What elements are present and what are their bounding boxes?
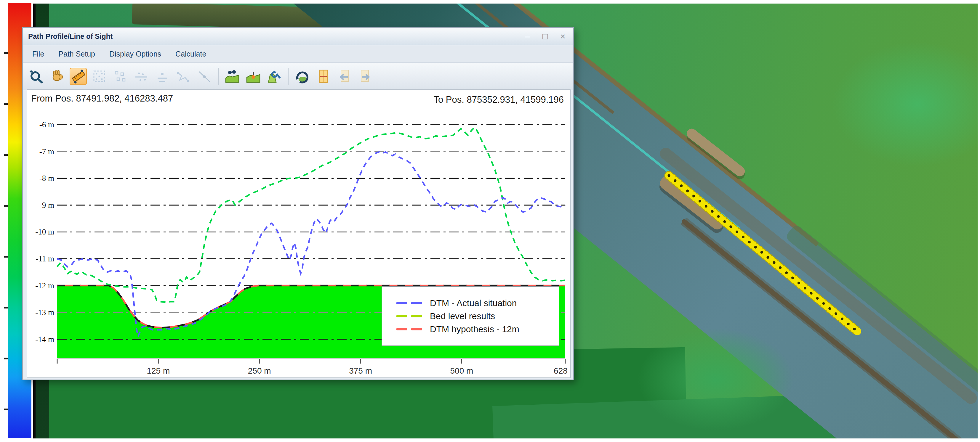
chart-legend: DTM - Actual situationBed level resultsD… bbox=[382, 286, 559, 346]
toolbar bbox=[23, 63, 573, 90]
close-button[interactable]: × bbox=[558, 32, 568, 41]
next-marker-icon[interactable] bbox=[357, 68, 374, 85]
series-bed-level bbox=[57, 127, 565, 302]
rotate-3d-icon[interactable] bbox=[294, 68, 311, 85]
split-horizontal-icon[interactable] bbox=[133, 68, 150, 85]
x-axis-label: 125 m bbox=[146, 366, 170, 375]
y-axis-label: -13 m bbox=[35, 308, 54, 317]
y-axis-label: -6 m bbox=[40, 120, 54, 129]
y-axis-label: -10 m bbox=[35, 227, 54, 236]
legend-swatch bbox=[396, 328, 422, 330]
from-position-label: From Pos. 87491.982, 416283.487 bbox=[31, 93, 173, 104]
legend-row-0: DTM - Actual situation bbox=[396, 298, 559, 308]
screenshot-root: { "window": { "title": "Path Profile/Lin… bbox=[0, 0, 980, 442]
select-points-icon[interactable] bbox=[112, 68, 129, 85]
legend-label: DTM - Actual situation bbox=[430, 298, 517, 308]
to-position-label: To Pos. 875352.931, 41599.196 bbox=[433, 94, 564, 105]
y-axis-label: -7 m bbox=[40, 147, 54, 156]
diagonal-line-icon[interactable] bbox=[196, 68, 213, 85]
map-shallow-patch bbox=[805, 21, 978, 187]
select-region-icon[interactable] bbox=[91, 68, 108, 85]
polyline-icon[interactable] bbox=[175, 68, 192, 85]
toolbar-separator bbox=[218, 68, 219, 85]
profile-chart-panel: -6 m-7 m-8 m-9 m-10 m-11 m-12 m-13 m-14 … bbox=[27, 89, 571, 378]
x-axis-label: 250 m bbox=[248, 366, 271, 375]
legend-label: DTM hypothesis - 12m bbox=[430, 324, 519, 334]
map-shallow-patch-2 bbox=[612, 311, 819, 439]
minimize-button[interactable]: – bbox=[522, 32, 532, 41]
y-axis-label: -12 m bbox=[35, 281, 54, 290]
toolbar-separator-2 bbox=[288, 68, 288, 85]
path-profile-window: Path Profile/Line of Sight – □ × File Pa… bbox=[22, 27, 574, 380]
marker-page-icon[interactable] bbox=[315, 68, 332, 85]
legend-swatch bbox=[396, 302, 422, 304]
measure-tool-icon[interactable] bbox=[70, 68, 87, 85]
previous-marker-icon[interactable] bbox=[336, 68, 353, 85]
menu-bar: File Path Setup Display Options Calculat… bbox=[23, 45, 573, 63]
legend-swatch bbox=[396, 315, 422, 317]
split-vertical-icon[interactable] bbox=[154, 68, 171, 85]
legend-row-2: DTM hypothesis - 12m bbox=[396, 324, 559, 334]
menu-display-options[interactable]: Display Options bbox=[102, 50, 168, 58]
menu-calculate[interactable]: Calculate bbox=[168, 50, 213, 58]
window-controls: – □ × bbox=[522, 32, 568, 41]
y-axis-label: -14 m bbox=[35, 335, 54, 344]
terrain-marker-icon[interactable] bbox=[245, 68, 262, 85]
menu-path-setup[interactable]: Path Setup bbox=[51, 50, 102, 58]
y-axis-label: -11 m bbox=[35, 254, 54, 263]
x-axis-label: 375 m bbox=[349, 366, 372, 375]
profile-view-icon[interactable] bbox=[224, 68, 241, 85]
restore-button[interactable]: □ bbox=[540, 32, 550, 41]
x-axis-label: 628 m bbox=[554, 366, 570, 375]
y-axis-label: -9 m bbox=[40, 201, 54, 210]
zoom-tool-icon[interactable] bbox=[27, 68, 45, 85]
window-titlebar[interactable]: Path Profile/Line of Sight – □ × bbox=[23, 28, 573, 45]
y-axis-label: -8 m bbox=[40, 174, 54, 183]
pan-tool-icon[interactable] bbox=[49, 68, 66, 85]
legend-row-1: Bed level results bbox=[396, 311, 559, 321]
window-title: Path Profile/Line of Sight bbox=[28, 32, 113, 41]
x-axis-label: 500 m bbox=[450, 366, 473, 375]
menu-file[interactable]: File bbox=[25, 50, 51, 58]
terrain-tools-icon[interactable] bbox=[266, 68, 283, 85]
legend-label: Bed level results bbox=[430, 311, 495, 321]
